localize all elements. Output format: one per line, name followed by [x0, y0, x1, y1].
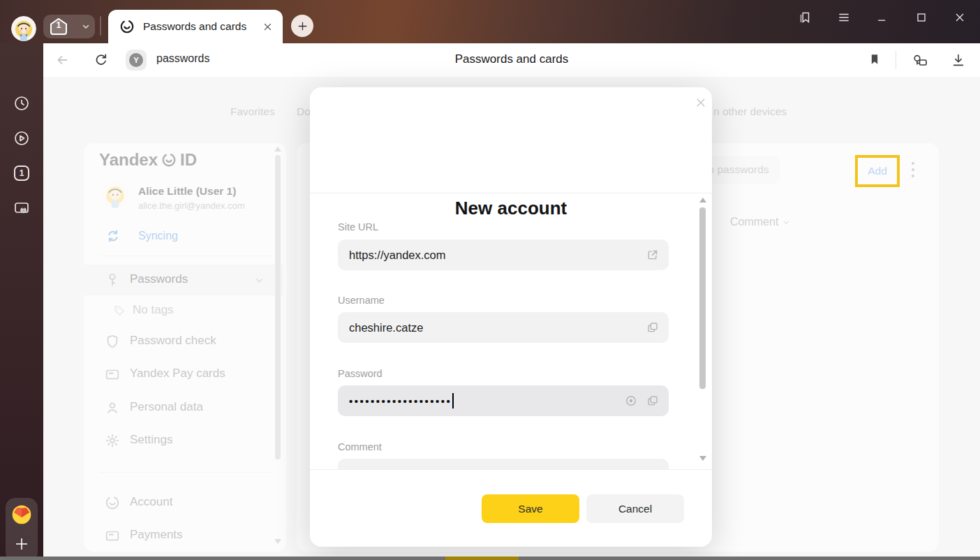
toolbar-divider — [896, 51, 896, 69]
copy-icon[interactable] — [646, 395, 659, 407]
downloads-icon[interactable] — [951, 52, 966, 68]
comment-field[interactable] — [338, 459, 669, 469]
chevron-down-icon[interactable] — [82, 22, 90, 31]
bottom-highlight-fragment — [445, 557, 519, 560]
browser-toolbar: Y passwords Passwords and cards — [43, 43, 980, 77]
browser-tab-active[interactable]: Passwords and cards — [108, 10, 283, 43]
browser-menu-icon[interactable] — [833, 7, 854, 28]
dialog-close-icon[interactable] — [692, 94, 709, 111]
site-url-label: Site URL — [338, 221, 378, 233]
window-close-button[interactable] — [949, 7, 970, 28]
tab-title: Passwords and cards — [143, 20, 262, 33]
yandex-browser-logo[interactable] — [10, 503, 33, 526]
username-label: Username — [338, 295, 385, 306]
new-account-dialog: New account Site URL https://yandex.com … — [310, 87, 712, 547]
yandex-id-favicon-icon — [119, 19, 135, 34]
browser-chrome: 1 Passwords and cards — [0, 0, 980, 43]
browser-tile — [6, 498, 38, 560]
eye-icon[interactable] — [624, 394, 638, 408]
tab-close-icon[interactable] — [262, 22, 273, 32]
address-bar-url[interactable]: passwords — [156, 52, 209, 65]
site-url-value: https://yandex.com — [349, 249, 446, 261]
save-button[interactable]: Save — [482, 494, 579, 523]
bookmark-icon[interactable] — [868, 52, 883, 68]
reload-icon[interactable] — [94, 52, 109, 68]
password-label: Password — [338, 368, 383, 379]
add-button-highlight — [855, 155, 900, 187]
browser-window: 1 Passwords and cards — [0, 0, 980, 560]
cancel-button[interactable]: Cancel — [586, 494, 684, 523]
screenshot-icon[interactable] — [13, 200, 30, 216]
dialog-scrollbar[interactable] — [699, 207, 706, 389]
dialog-scroll-area: Site URL https://yandex.com Username che… — [310, 193, 712, 469]
window-maximize-button[interactable] — [911, 7, 932, 28]
side-panel-icon[interactable] — [794, 7, 815, 28]
tab-counter-icon[interactable]: 1 — [13, 165, 30, 182]
site-favicon-y: Y — [129, 53, 143, 67]
tab-group-count: 1 — [49, 20, 68, 30]
external-link-icon[interactable] — [646, 249, 659, 261]
copy-icon[interactable] — [646, 321, 659, 334]
dialog-scroll-down-arrow[interactable] — [699, 456, 706, 461]
history-icon[interactable] — [13, 95, 30, 112]
back-icon[interactable] — [54, 52, 70, 68]
media-play-icon[interactable] — [13, 130, 30, 147]
site-badge[interactable]: Y — [126, 50, 147, 71]
site-url-field[interactable]: https://yandex.com — [338, 240, 669, 270]
sidebar-strip: 1 — [0, 43, 43, 560]
new-window-plus-icon[interactable] — [13, 536, 30, 552]
chrome-separator — [100, 16, 101, 36]
profile-avatar[interactable] — [11, 16, 36, 41]
comment-label: Comment — [338, 441, 382, 452]
tab-group-pill[interactable]: 1 — [43, 15, 95, 38]
password-field[interactable]: ••••••••••••••••••• — [338, 385, 669, 416]
dialog-footer-divider — [310, 469, 712, 470]
avatar-image — [11, 16, 36, 41]
window-minimize-button[interactable] — [872, 7, 893, 28]
username-value: cheshire.catze — [349, 321, 423, 334]
tab-counter-value: 1 — [14, 165, 29, 181]
dialog-scroll-up-arrow[interactable] — [699, 198, 706, 202]
password-masked-value: ••••••••••••••••••• — [349, 395, 452, 407]
tab-group-house-icon: 1 — [49, 17, 68, 36]
text-caret — [452, 393, 454, 408]
new-tab-button[interactable] — [291, 15, 313, 37]
passwords-manager-icon[interactable] — [912, 52, 927, 68]
username-field[interactable]: cheshire.catze — [338, 312, 669, 343]
